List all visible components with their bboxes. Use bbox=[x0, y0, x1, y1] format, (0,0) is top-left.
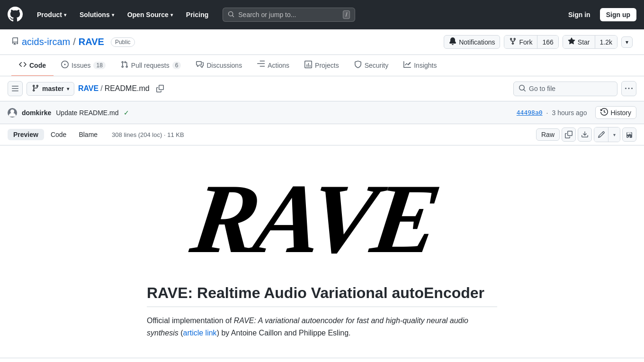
tab-pr-label: Pull requests bbox=[131, 62, 170, 69]
fork-icon bbox=[509, 37, 517, 46]
tab-projects[interactable]: Projects bbox=[297, 55, 347, 76]
chevron-down-icon: ▾ bbox=[64, 12, 66, 18]
tab-discussions-label: Discussions bbox=[206, 62, 242, 69]
readme-area: RAVE RAVE: Realtime Audio Variational au… bbox=[0, 145, 644, 358]
readme-logo: RAVE bbox=[147, 164, 497, 270]
edit-chevron-button[interactable]: ▾ bbox=[608, 127, 620, 142]
content-toolbar: Preview Code Blame 308 lines (204 loc) ·… bbox=[0, 124, 644, 145]
more-options-button[interactable] bbox=[621, 81, 636, 96]
nav-product[interactable]: Product ▾ bbox=[34, 9, 69, 20]
repo-title: acids-ircam / RAVE Public bbox=[11, 36, 135, 47]
signin-button[interactable]: Sign in bbox=[564, 9, 594, 20]
notifications-button[interactable]: Notifications bbox=[444, 35, 500, 49]
tab-projects-label: Projects bbox=[315, 62, 339, 69]
signup-button[interactable]: Sign up bbox=[600, 8, 636, 21]
tab-insights[interactable]: Insights bbox=[396, 55, 444, 76]
history-icon bbox=[600, 108, 608, 117]
file-search-icon bbox=[519, 84, 526, 93]
nav-opensource[interactable]: Open Source ▾ bbox=[125, 9, 176, 20]
readme-article-link[interactable]: article link bbox=[183, 329, 216, 337]
visibility-badge: Public bbox=[111, 37, 135, 47]
branch-icon bbox=[32, 84, 39, 93]
actions-icon bbox=[257, 61, 265, 70]
fork-main-button[interactable]: Fork bbox=[504, 36, 537, 48]
search-box[interactable]: Search or jump to... / bbox=[223, 8, 355, 22]
branch-name: master bbox=[42, 85, 64, 92]
star-count[interactable]: 1.2k bbox=[595, 36, 617, 48]
breadcrumb-separator: / bbox=[100, 84, 102, 93]
commit-row: domkirke Update README.md ✓ 44498a0 · 3 … bbox=[0, 101, 644, 124]
content-actions: Raw ▾ bbox=[536, 127, 636, 142]
pr-badge: 6 bbox=[172, 62, 181, 69]
code-view-button[interactable]: Code bbox=[45, 129, 72, 140]
nav-solutions[interactable]: Solutions ▾ bbox=[77, 9, 117, 20]
top-nav: Product ▾ Solutions ▾ Open Source ▾ Pric… bbox=[0, 0, 644, 29]
nav-right: Sign in Sign up bbox=[564, 8, 636, 21]
breadcrumb: RAVE / README.md bbox=[78, 84, 150, 93]
tab-actions[interactable]: Actions bbox=[250, 55, 297, 76]
file-stats: 308 lines (204 loc) · 11 KB bbox=[112, 131, 184, 138]
tab-insights-label: Insights bbox=[414, 62, 437, 69]
tab-pull-requests[interactable]: Pull requests 6 bbox=[113, 55, 189, 76]
commit-hash-link[interactable]: 44498a0 bbox=[517, 109, 543, 116]
breadcrumb-repo-link[interactable]: RAVE bbox=[78, 84, 98, 93]
commit-author[interactable]: domkirke bbox=[22, 109, 51, 117]
issues-badge: 18 bbox=[93, 62, 105, 69]
chevron-down-icon: ▾ bbox=[170, 12, 173, 18]
file-toolbar: master ▾ RAVE / README.md Go to file bbox=[0, 76, 644, 101]
download-button[interactable] bbox=[578, 127, 592, 142]
tab-issues[interactable]: Issues 18 bbox=[54, 55, 113, 76]
fork-button-group: Fork 166 bbox=[504, 35, 558, 49]
code-icon bbox=[19, 61, 27, 70]
discussions-icon bbox=[196, 61, 204, 70]
security-icon bbox=[354, 61, 362, 70]
repo-actions: Notifications Fork 166 Star 1.2k ▾ bbox=[444, 35, 633, 49]
preview-button[interactable]: Preview bbox=[8, 129, 44, 140]
sidebar-toggle-button[interactable] bbox=[8, 81, 23, 96]
history-label: History bbox=[610, 109, 631, 117]
commit-message: Update README.md bbox=[56, 109, 118, 117]
tab-code-label: Code bbox=[29, 62, 46, 69]
search-shortcut-badge: / bbox=[343, 10, 350, 19]
repo-type-icon bbox=[11, 37, 19, 46]
tab-security-label: Security bbox=[365, 62, 389, 69]
edit-button[interactable] bbox=[594, 127, 608, 142]
github-logo[interactable] bbox=[8, 7, 23, 23]
readme-title: RAVE: Realtime Audio Variational autoEnc… bbox=[147, 284, 497, 307]
issues-icon bbox=[61, 61, 69, 70]
history-button[interactable]: History bbox=[595, 106, 636, 119]
file-search-placeholder: Go to file bbox=[529, 85, 555, 92]
outline-button[interactable] bbox=[622, 127, 636, 142]
readme-content: RAVE RAVE: Realtime Audio Variational au… bbox=[118, 145, 526, 358]
star-main-button[interactable]: Star bbox=[563, 36, 595, 48]
avatar bbox=[8, 108, 17, 118]
chevron-down-icon: ▾ bbox=[626, 39, 628, 45]
star-button-group: Star 1.2k bbox=[563, 35, 617, 49]
search-placeholder-text: Search or jump to... bbox=[238, 11, 339, 18]
fork-count[interactable]: 166 bbox=[537, 36, 558, 48]
bell-icon bbox=[449, 37, 456, 46]
file-search-box[interactable]: Go to file bbox=[513, 81, 617, 96]
notifications-label: Notifications bbox=[459, 38, 495, 46]
insights-icon bbox=[403, 61, 411, 70]
tab-discussions[interactable]: Discussions bbox=[188, 55, 250, 76]
raw-button[interactable]: Raw bbox=[536, 128, 560, 141]
readme-desc-suffix: ) by Antoine Caillon and Philippe Esling… bbox=[217, 329, 351, 337]
commit-time: 3 hours ago bbox=[552, 109, 587, 117]
repo-header: acids-ircam / RAVE Public Notifications … bbox=[0, 29, 644, 55]
commit-meta: 44498a0 · 3 hours ago bbox=[517, 109, 587, 117]
breadcrumb-file: README.md bbox=[105, 84, 150, 93]
tab-code[interactable]: Code bbox=[11, 55, 54, 76]
readme-description: Official implementation of RAVE: A varia… bbox=[147, 315, 497, 339]
repo-name-link[interactable]: RAVE bbox=[79, 36, 104, 47]
tab-issues-label: Issues bbox=[72, 62, 90, 69]
branch-selector[interactable]: master ▾ bbox=[27, 82, 74, 96]
repo-owner-link[interactable]: acids-ircam bbox=[22, 36, 70, 47]
copy-path-button[interactable] bbox=[153, 82, 167, 95]
nav-pricing[interactable]: Pricing bbox=[183, 9, 211, 20]
add-button[interactable]: ▾ bbox=[621, 36, 633, 48]
blame-button[interactable]: Blame bbox=[73, 129, 103, 140]
tab-security[interactable]: Security bbox=[347, 55, 396, 76]
edit-button-group: ▾ bbox=[594, 127, 620, 142]
copy-content-button[interactable] bbox=[562, 127, 576, 142]
